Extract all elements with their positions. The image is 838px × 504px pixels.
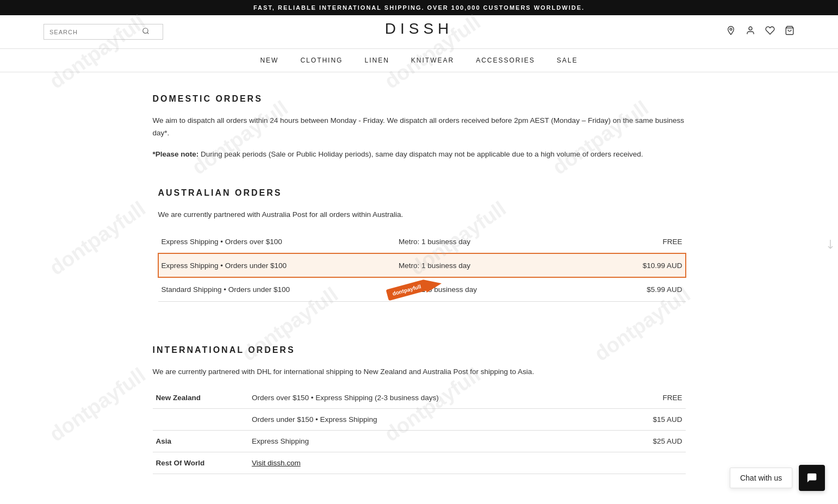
chat-icon (806, 472, 818, 484)
service-cell: Orders over $150 • Express Shipping (2-3… (249, 387, 579, 409)
price-cell (579, 452, 685, 474)
nav-item-clothing[interactable]: CLOTHING (300, 57, 343, 64)
svg-line-1 (147, 33, 149, 34)
domestic-note: *Please note: During peak periods (Sale … (153, 148, 686, 161)
svg-point-2 (730, 28, 732, 30)
search-icon (142, 27, 150, 36)
region-cell: Rest Of World (153, 452, 249, 474)
nav-item-linen[interactable]: LINEN (364, 57, 389, 64)
service-cell: Orders under $150 • Express Shipping (249, 408, 579, 430)
main-content: DOMESTIC ORDERS We aim to dispatch all o… (120, 72, 718, 504)
search-bar[interactable] (44, 24, 163, 40)
table-row: Standard Shipping • Orders under $100 Me… (158, 277, 686, 301)
australian-orders-section: AUSTRALIAN ORDERS We are currently partn… (153, 188, 686, 302)
nav-item-sale[interactable]: SALE (557, 57, 578, 64)
search-input[interactable] (49, 29, 142, 35)
australian-title: AUSTRALIAN ORDERS (158, 188, 686, 198)
region-cell: New Zealand (153, 387, 249, 409)
main-nav: NEW CLOTHING LINEN KNITWEAR ACCESSORIES … (0, 49, 838, 72)
australian-body: We are currently partnered with Australi… (158, 209, 686, 221)
price-cell: $25 AUD (579, 430, 685, 452)
nav-item-accessories[interactable]: ACCESSORIES (476, 57, 535, 64)
banner-text: FAST, RELIABLE INTERNATIONAL SHIPPING. O… (253, 4, 585, 11)
domestic-title: DOMESTIC ORDERS (153, 94, 686, 104)
chat-button[interactable] (799, 465, 825, 491)
price-cell: $15 AUD (579, 408, 685, 430)
region-cell: Asia (153, 430, 249, 452)
table-row: Express Shipping • Orders over $100 Metr… (158, 230, 686, 254)
svg-point-3 (749, 27, 752, 30)
price-cell: FREE (580, 230, 686, 254)
delivery-cell: Metro: 2-5 business day (395, 277, 580, 301)
chat-label[interactable]: Chat with us (730, 468, 792, 488)
international-body: We are currently partnered with DHL for … (153, 366, 686, 378)
note-body: During peak periods (Sale or Public Holi… (201, 150, 643, 158)
service-cell: Standard Shipping • Orders under $100 (158, 277, 396, 301)
price-cell: FREE (579, 387, 685, 409)
cart-icon[interactable] (785, 26, 794, 38)
account-icon[interactable] (746, 26, 755, 38)
domestic-body: We aim to dispatch all orders within 24 … (153, 115, 686, 140)
site-logo[interactable]: DISSH (385, 20, 454, 38)
international-shipping-table: New Zealand Orders over $150 • Express S… (153, 387, 686, 474)
table-row: Orders under $150 • Express Shipping $15… (153, 408, 686, 430)
region-cell (153, 408, 249, 430)
domestic-orders-section: DOMESTIC ORDERS We aim to dispatch all o… (153, 94, 686, 161)
price-cell: $5.99 AUD (580, 277, 686, 301)
international-orders-section: INTERNATIONAL ORDERS We are currently pa… (153, 345, 686, 474)
nav-item-new[interactable]: NEW (260, 57, 278, 64)
scroll-indicator (827, 239, 834, 252)
service-cell: Express Shipping • Orders under $100 (158, 253, 396, 277)
delivery-cell: Metro: 1 business day (395, 253, 580, 277)
table-row: New Zealand Orders over $150 • Express S… (153, 387, 686, 409)
nav-item-knitwear[interactable]: KNITWEAR (411, 57, 454, 64)
service-cell: Express Shipping • Orders over $100 (158, 230, 396, 254)
location-icon[interactable] (726, 26, 736, 38)
australian-shipping-table: Express Shipping • Orders over $100 Metr… (158, 230, 686, 302)
delivery-cell: Metro: 1 business day (395, 230, 580, 254)
table-row: Rest Of World Visit dissh.com (153, 452, 686, 474)
highlighted-table-row: Express Shipping • Orders under $100 Met… (158, 253, 686, 277)
top-banner: FAST, RELIABLE INTERNATIONAL SHIPPING. O… (0, 0, 838, 15)
header-icons (726, 26, 794, 38)
international-title: INTERNATIONAL ORDERS (153, 345, 686, 355)
service-cell[interactable]: Visit dissh.com (249, 452, 579, 474)
dissh-link[interactable]: Visit dissh.com (252, 459, 301, 467)
note-bold-label: *Please note: (153, 150, 199, 158)
table-row: Asia Express Shipping $25 AUD (153, 430, 686, 452)
chat-widget: Chat with us (730, 465, 825, 491)
wishlist-icon[interactable] (765, 26, 775, 38)
header: DISSH (0, 15, 838, 49)
service-cell: Express Shipping (249, 430, 579, 452)
svg-point-0 (143, 28, 148, 33)
price-cell: $10.99 AUD (580, 253, 686, 277)
